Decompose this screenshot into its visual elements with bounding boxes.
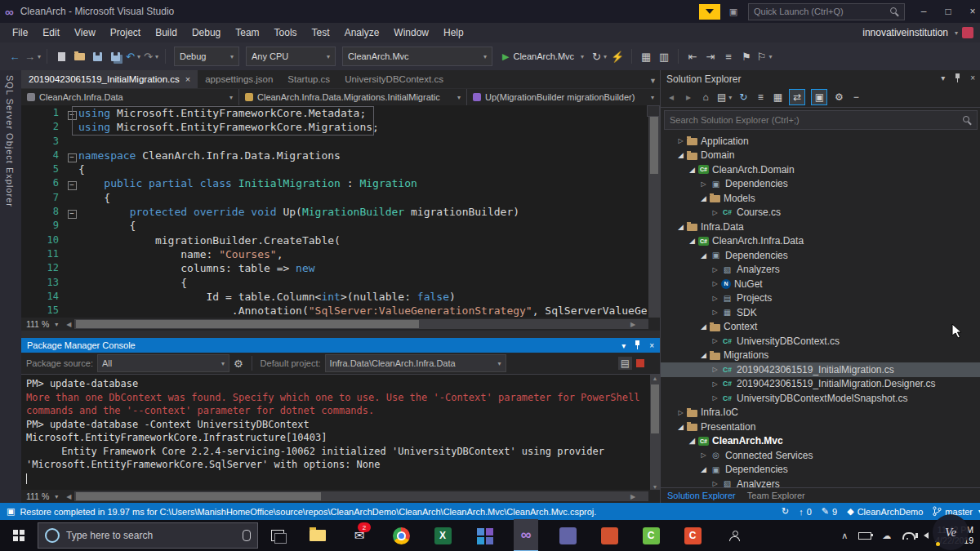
menu-item-edit[interactable]: Edit — [35, 23, 67, 42]
tree-item[interactable]: ◢C#CleanArch.Domain — [661, 162, 980, 177]
home-icon[interactable]: ⌂ — [700, 90, 711, 104]
navigate-backward-icon[interactable]: ← — [7, 47, 23, 65]
forward-icon[interactable]: ▸ — [683, 90, 694, 104]
type-dropdown[interactable]: CleanArch.Infra.Data.Migrations.InitialM… — [239, 89, 467, 105]
tree-item[interactable]: ▷◎Connected Services — [661, 448, 980, 463]
menu-item-window[interactable]: Window — [386, 23, 436, 42]
task-view-button[interactable] — [271, 530, 284, 541]
code-editor[interactable]: 1−using Microsoft.EntityFrameworkCore.Me… — [21, 105, 660, 318]
menu-item-analyze[interactable]: Analyze — [337, 23, 387, 42]
comment-icon[interactable]: ≡ — [720, 47, 737, 65]
scroll-right-arrow-icon[interactable]: ▶ — [627, 321, 639, 328]
code-line[interactable]: 1−using Microsoft.EntityFrameworkCore.Me… — [21, 106, 660, 120]
pin-icon[interactable] — [634, 340, 641, 351]
start-debugging-button[interactable]: ▶CleanArch.Mvc▾ — [497, 47, 590, 65]
chevron-expanded-icon[interactable]: ◢ — [687, 237, 697, 245]
chevron-collapsed-icon[interactable]: ▷ — [710, 209, 720, 216]
tree-item[interactable]: ◢Domain — [661, 149, 980, 163]
solution-explorer-sync-icon[interactable]: ▥ — [656, 47, 672, 65]
volume-icon[interactable] — [924, 532, 929, 539]
pin-icon[interactable] — [954, 73, 961, 84]
taskbar-app-excel[interactable]: X — [430, 520, 455, 551]
taskbar-app-file-explorer[interactable] — [305, 520, 330, 551]
sql-server-object-explorer-tab[interactable]: SQL Server Object Explorer — [0, 70, 22, 503]
chevron-collapsed-icon[interactable]: ▷ — [710, 366, 720, 373]
navigate-forward-icon[interactable]: →▾ — [24, 47, 41, 65]
find-in-files-icon[interactable]: ▦ — [638, 47, 654, 65]
indent-decrease-icon[interactable]: ⇤ — [684, 47, 701, 65]
close-tab-icon[interactable]: × — [185, 74, 190, 84]
chevron-expanded-icon[interactable]: ◢ — [698, 322, 709, 331]
maximize-button[interactable]: □ — [936, 0, 960, 23]
new-file-icon[interactable] — [53, 47, 69, 65]
refresh-icon[interactable]: ↻▾ — [591, 47, 608, 65]
open-file-icon[interactable] — [71, 47, 87, 65]
menu-item-debug[interactable]: Debug — [185, 23, 228, 42]
taskbar-app-chrome[interactable] — [389, 520, 413, 551]
package-manager-console-header[interactable]: Package Manager Console ▾ × — [21, 338, 660, 353]
tree-item[interactable]: ▷▧Analyzers — [661, 477, 980, 487]
filter-notification-button[interactable] — [699, 4, 720, 20]
preview-selected-items-icon[interactable]: ▣ — [811, 89, 827, 105]
menu-item-file[interactable]: File — [5, 23, 35, 42]
redo-icon[interactable]: ↷▾ — [143, 47, 159, 65]
code-line[interactable]: 9 { — [21, 219, 660, 233]
hot-reload-icon[interactable]: ⚡ — [609, 47, 626, 65]
collapse-region-icon[interactable]: − — [68, 111, 77, 120]
clear-console-icon[interactable]: ▤ — [618, 357, 632, 370]
console-vertical-scrollbar[interactable]: ▲ ▼ — [650, 375, 660, 490]
console-output[interactable]: PM> update-databaseMore than one DbConte… — [21, 375, 660, 490]
menu-item-tools[interactable]: Tools — [267, 23, 305, 42]
chevron-expanded-icon[interactable]: ◢ — [675, 223, 686, 231]
taskbar-app-purple-tiles-app[interactable] — [555, 520, 580, 551]
code-line[interactable]: 6− public partial class InitialMigration… — [21, 176, 660, 190]
panel-tab-solution-explorer[interactable]: Solution Explorer — [667, 491, 736, 500]
fold-margin[interactable]: − — [65, 106, 78, 120]
taskbar-app-mail[interactable]: ✉2 — [347, 520, 372, 551]
switch-views-icon[interactable]: ▤▾ — [717, 90, 732, 104]
code-line[interactable]: 3 — [21, 135, 660, 149]
console-horizontal-scrollbar[interactable] — [74, 491, 648, 501]
window-position-icon[interactable]: ▾ — [621, 341, 626, 350]
bookmark-icon[interactable]: ⚑ — [738, 47, 755, 65]
chevron-collapsed-icon[interactable]: ▷ — [675, 409, 686, 416]
microphone-icon[interactable] — [243, 530, 251, 541]
scroll-right-arrow-icon[interactable]: ▶ — [627, 493, 639, 500]
split-editor-handle[interactable] — [647, 105, 660, 117]
chevron-collapsed-icon[interactable]: ▷ — [710, 295, 720, 302]
hidden-icons-chevron[interactable]: ∧ — [841, 531, 848, 541]
close-icon[interactable]: × — [649, 341, 654, 350]
tree-item[interactable]: ◢▣Dependencies — [661, 248, 980, 263]
console-caret-line[interactable] — [26, 472, 655, 486]
configuration-select[interactable]: Debug▾ — [174, 47, 239, 66]
gear-icon[interactable]: ⚙ — [234, 358, 243, 370]
solution-explorer-search-input[interactable]: Search Solution Explorer (Ctrl+;) — [664, 110, 978, 130]
tree-item[interactable]: ◢Presentation — [661, 420, 980, 434]
fold-margin[interactable]: − — [65, 205, 78, 219]
console-zoom-control[interactable]: 111 % ▾ — [21, 491, 63, 501]
document-tab[interactable]: 20190423061519_InitialMigration.cs× — [21, 70, 198, 88]
member-dropdown[interactable]: Up(MigrationBuilder migrationBuilder) ▾ — [467, 89, 660, 105]
menu-item-help[interactable]: Help — [436, 23, 471, 42]
collapse-region-icon[interactable]: − — [68, 181, 77, 190]
chevron-collapsed-icon[interactable]: ▷ — [710, 337, 720, 344]
taskbar-app-red-c-app[interactable]: C — [680, 520, 705, 551]
chevron-collapsed-icon[interactable]: ▷ — [675, 137, 686, 144]
repository-status[interactable]: ◆ CleanArchDemo — [847, 506, 923, 517]
tree-item[interactable]: ◢C#CleanArch.Mvc — [661, 434, 980, 449]
code-line[interactable]: 10 migrationBuilder.CreateTable( — [21, 233, 660, 247]
close-button[interactable]: × — [960, 0, 980, 23]
indent-increase-icon[interactable]: ⇥ — [702, 47, 719, 65]
zoom-control[interactable]: 111 % ▾ — [21, 319, 63, 329]
network-icon[interactable] — [902, 532, 913, 540]
code-line[interactable]: 13 { — [21, 276, 660, 290]
chevron-expanded-icon[interactable]: ◢ — [698, 465, 709, 473]
code-line[interactable]: 14 Id = table.Column<int>(nullable: fals… — [21, 290, 660, 304]
tree-item[interactable]: ◢Models — [661, 191, 980, 206]
minimize-panel-icon[interactable]: − — [850, 90, 862, 104]
menu-item-team[interactable]: Team — [228, 23, 266, 42]
scrollbar-thumb[interactable] — [76, 492, 321, 500]
code-line[interactable]: 11 name: "Courses", — [21, 247, 660, 261]
properties-icon[interactable]: ⚙ — [833, 90, 844, 104]
document-tab[interactable]: UniversityDBContext.cs — [337, 70, 451, 88]
